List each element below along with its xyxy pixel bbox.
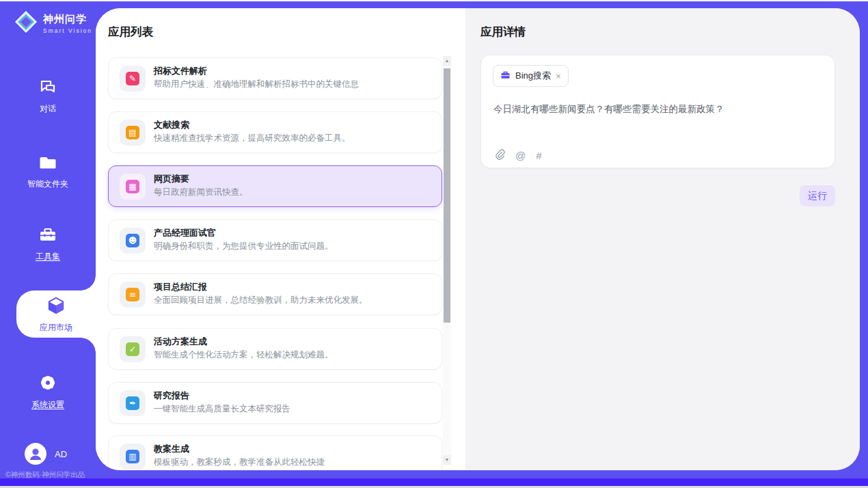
doc-edit-icon: ✎: [120, 66, 146, 92]
app-card-literature-search[interactable]: ▤ 文献搜索 快速精准查找学术资源，提高研究效率的必备工具。: [108, 111, 442, 153]
interviewer-icon: ☻: [120, 228, 146, 254]
app-card-desc: 一键智能生成高质量长文本研究报告: [154, 403, 290, 415]
app-card-pm-interviewer[interactable]: ☻ 产品经理面试官 明确身份和职责，为您提供专业性的面试问题。: [108, 219, 442, 261]
run-button[interactable]: 运行: [800, 185, 835, 206]
app-card-title: 文献搜索: [154, 119, 189, 131]
sidebar-item-smart-folder[interactable]: 智能文件夹: [0, 153, 96, 190]
app-card-desc: 明确身份和职责，为您提供专业性的面试问题。: [154, 241, 334, 252]
mention-icon[interactable]: @: [515, 150, 526, 161]
scroll-up-icon[interactable]: ▲: [443, 56, 451, 66]
app-card-title: 项目总结汇报: [154, 281, 207, 293]
query-text[interactable]: 今日湖北有哪些新闻要点？有哪些需要关注的最新政策？: [493, 103, 822, 116]
books-icon: ▥: [120, 444, 146, 470]
brand-logo: 神州问学 Smart Vision: [14, 10, 92, 37]
app-card-webpage-summary[interactable]: ▦ 网页摘要 每日政府新闻资讯快查。: [108, 165, 442, 207]
app-card-event-plan[interactable]: ✓ 活动方案生成 智能生成个性化活动方案，轻松解决规划难题。: [108, 328, 442, 370]
app-detail-title: 应用详情: [480, 25, 526, 40]
sidebar-item-settings[interactable]: 系统设置: [0, 372, 96, 411]
report-pen-icon: ✒: [120, 390, 146, 416]
sidebar-item-toolset[interactable]: 工具集: [0, 226, 96, 262]
sidebar-item-label: 系统设置: [31, 399, 64, 411]
app-card-title: 教案生成: [154, 443, 189, 455]
app-list-panel: 应用列表 ✎ 招标文件解析 帮助用户快速、准确地理解和解析招标书中的关键信息 ▤…: [96, 8, 465, 470]
close-icon[interactable]: ×: [556, 72, 561, 81]
diamond-logo-icon: [14, 10, 38, 37]
brand-subtitle: Smart Vision: [43, 27, 92, 34]
bubble-curve-top: [81, 275, 96, 290]
app-card-title: 网页摘要: [154, 173, 189, 185]
app-card-project-summary[interactable]: ≡ 项目总结汇报 全面回顾项目进展，总结经验教训，助力未来优化发展。: [108, 273, 442, 315]
list-scrollbar[interactable]: ▲ ▼: [443, 56, 451, 465]
sidebar-item-label: 工具集: [36, 251, 60, 262]
app-list-title: 应用列表: [108, 25, 153, 40]
app-card-title: 招标文件解析: [154, 65, 207, 77]
sidebar-item-label: 应用市场: [40, 322, 72, 334]
webpage-icon: ▦: [120, 174, 146, 200]
app-card-lesson-plan[interactable]: ▥ 教案生成 模板驱动，教案秒成，教学准备从此轻松快捷: [108, 435, 442, 470]
sidebar-item-label: 对话: [40, 103, 56, 115]
sidebar-item-chat[interactable]: 对话: [0, 78, 96, 115]
toolbox-icon: [0, 226, 96, 247]
app-card-list: ✎ 招标文件解析 帮助用户快速、准确地理解和解析招标书中的关键信息 ▤ 文献搜索…: [108, 57, 442, 470]
app-card-title: 活动方案生成: [154, 336, 207, 348]
sidebar-item-label: 智能文件夹: [27, 178, 68, 190]
user-avatar-icon: [25, 443, 46, 465]
app-card-desc: 智能生成个性化活动方案，轻松解决规划难题。: [154, 349, 334, 361]
content-shell: 应用列表 ✎ 招标文件解析 帮助用户快速、准确地理解和解析招标书中的关键信息 ▤…: [96, 8, 860, 470]
app-detail-panel: 应用详情 Bing搜索 × 今日湖北有哪些新闻要点？有哪些需要关注的最新政策？: [465, 8, 860, 470]
app-card-desc: 模板驱动，教案秒成，教学准备从此轻松快捷: [154, 457, 325, 468]
bottom-accent-bar: [0, 478, 868, 486]
app-card-desc: 快速精准查找学术资源，提高研究效率的必备工具。: [154, 133, 351, 144]
sidebar-item-app-market[interactable]: 应用市场: [16, 295, 96, 334]
tool-tag-label: Bing搜索: [515, 70, 551, 82]
tool-tag-bing-search[interactable]: Bing搜索 ×: [493, 65, 569, 87]
clipboard-check-icon: ✓: [120, 336, 146, 362]
user-name: AD: [55, 449, 67, 459]
query-editor-card[interactable]: Bing搜索 × 今日湖北有哪些新闻要点？有哪些需要关注的最新政策？ @ #: [480, 55, 835, 168]
editor-toolbar: @ #: [493, 148, 542, 163]
scroll-down-icon[interactable]: ▼: [443, 455, 451, 465]
folder-icon: [0, 153, 96, 175]
hash-icon[interactable]: #: [536, 150, 541, 161]
sidebar: 神州问学 Smart Vision 对话 智能文件夹: [0, 1, 96, 478]
user-account[interactable]: AD: [25, 443, 67, 465]
brand-name: 神州问学: [43, 13, 92, 26]
app-card-title: 产品经理面试官: [154, 227, 216, 239]
app-card-tender-analysis[interactable]: ✎ 招标文件解析 帮助用户快速、准确地理解和解析招标书中的关键信息: [108, 57, 442, 99]
book-icon: ▤: [120, 120, 146, 146]
app-card-research-report[interactable]: ✒ 研究报告 一键智能生成高质量长文本研究报告: [108, 382, 442, 424]
attachment-icon[interactable]: [493, 148, 505, 163]
briefcase-icon: [500, 70, 511, 83]
app-card-title: 研究报告: [154, 390, 189, 402]
chat-icon: [0, 78, 96, 100]
scrollbar-thumb[interactable]: [444, 68, 450, 323]
cube-icon: [16, 295, 96, 318]
sidebar-footer-text: ©神州数码·神州问学出品: [5, 470, 96, 480]
app-card-desc: 帮助用户快速、准确地理解和解析招标书中的关键信息: [154, 79, 359, 90]
app-card-desc: 全面回顾项目进展，总结经验教训，助力未来优化发展。: [154, 295, 368, 306]
bubble-curve-bottom: [81, 338, 96, 353]
app-card-desc: 每日政府新闻资讯快查。: [154, 187, 248, 198]
gear-icon: [0, 372, 96, 396]
summary-icon: ≡: [120, 282, 146, 308]
